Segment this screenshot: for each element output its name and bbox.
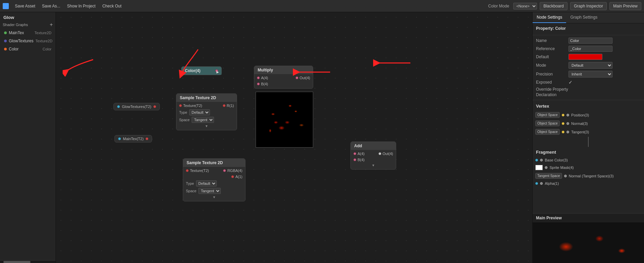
shader-graphs-label: Shader Graphs: [3, 23, 28, 27]
divider-2: [533, 100, 644, 100]
arrow-annotation-4: [373, 56, 414, 83]
tab-node-settings[interactable]: Node Settings: [533, 12, 566, 23]
color-node: Color(4) ►: [181, 66, 222, 75]
vertex-section-header: Vertex: [533, 102, 644, 111]
connector-line: [533, 136, 644, 148]
exposed-label: Exposed: [536, 80, 566, 85]
sample-tex-top-r-label: R(1): [227, 104, 234, 108]
glowtex-right-port[interactable]: [153, 105, 156, 108]
inspector-tabs: Node Settings Graph Settings: [533, 12, 644, 23]
multiply-a-label: A(4): [261, 76, 268, 80]
fragment-row-1: Sprite Mask(4): [533, 163, 644, 172]
multiply-node: Multiply A(4) Out(4) B(4): [254, 66, 313, 89]
mode-select[interactable]: Default: [568, 62, 613, 69]
sample-tex-bot-rgba-port[interactable]: [223, 169, 226, 172]
color-name: Color: [9, 47, 41, 51]
sidebar-item-color[interactable]: Color Color: [1, 45, 54, 53]
sidebar-item-glowtextures[interactable]: GlowTextures Texture2D: [1, 37, 54, 45]
canvas-area[interactable]: Color(4) ► Multiply A(4) Out(4) B(4): [56, 12, 532, 263]
default-color-swatch[interactable]: [568, 54, 602, 60]
maintex-left-port[interactable]: [118, 137, 121, 140]
fragment-row-0: Base Color(3): [533, 157, 644, 163]
fragment-alpha-dot: [535, 182, 538, 185]
property-title: Property: Color: [533, 23, 644, 34]
sample-texture-bot: Sample Texture 2D Texture(T2) RGBA(4) A(…: [183, 158, 245, 201]
fragment-base-dot: [535, 159, 538, 161]
sample-tex-top-space-row: Space Tangent: [176, 116, 237, 124]
multiply-port-out[interactable]: [296, 76, 298, 79]
sidebar-item-maintex[interactable]: MainTex Texture2D: [1, 29, 54, 37]
main-preview-button[interactable]: Main Preview: [609, 2, 641, 10]
color-type: Color: [43, 47, 51, 51]
vertex-space-1[interactable]: Object Space: [535, 120, 560, 126]
reference-label: Reference: [536, 46, 566, 51]
fragment-alpha-label: Alpha(1): [545, 181, 559, 185]
color-mode-select[interactable]: <None>: [513, 3, 537, 9]
maintex-inline-label: MainTex(T2): [123, 137, 144, 141]
vertex-port-1: [562, 122, 564, 125]
precision-label: Precision: [536, 72, 566, 76]
exposed-checkmark[interactable]: ✓: [568, 80, 573, 85]
sample-tex-top-collapse[interactable]: ▼: [176, 124, 237, 129]
glowtex-name: GlowTextures: [9, 39, 34, 43]
glowtex-left-port[interactable]: [117, 105, 120, 108]
color-out-port[interactable]: ►: [215, 69, 218, 72]
reference-input[interactable]: [568, 46, 613, 52]
sample-tex-bot-body: Texture(T2) RGBA(4) A(1) Type Default S: [183, 167, 245, 201]
sample-tex-bot-rgba-label: RGBA(4): [227, 169, 242, 173]
vertex-port-label-2: Tangent(3): [571, 130, 589, 134]
add-a-label: A(4): [358, 152, 365, 156]
add-port-a[interactable]: [353, 152, 356, 155]
vertex-port-label-0: Position(3): [571, 113, 589, 117]
show-in-project-button[interactable]: Show In Project: [65, 3, 98, 9]
add-shader-button[interactable]: +: [50, 22, 53, 27]
main-preview-content: [533, 222, 644, 263]
add-port-b[interactable]: [353, 158, 356, 161]
multiply-port-b[interactable]: [257, 83, 260, 85]
vertex-space-0[interactable]: Object Space: [535, 112, 560, 118]
main-preview: Main Preview: [533, 213, 644, 263]
fragment-row-3: Alpha(1): [533, 180, 644, 187]
multiply-node-header: Multiply: [254, 66, 313, 74]
multiply-port-a[interactable]: [257, 76, 260, 79]
inspector-reference-row: Reference: [533, 45, 644, 53]
vertical-line: [588, 137, 588, 147]
add-collapse[interactable]: ▼: [351, 163, 396, 168]
name-input[interactable]: [568, 38, 613, 44]
scrollbar-thumb[interactable]: [3, 261, 30, 263]
inspector-override-row: Override PropertyDeclaration: [533, 86, 644, 98]
add-node: Add A(4) Out(4) B(4) ▼: [350, 141, 396, 170]
sample-tex-bot-space-row: Space Tangent: [183, 187, 245, 195]
maintex-right-port[interactable]: [146, 137, 148, 140]
type-select[interactable]: Default: [189, 109, 210, 115]
add-b-label: B(4): [358, 158, 365, 162]
space-select[interactable]: Tangent: [192, 117, 214, 123]
tangent-space-btn[interactable]: Tangent Space: [535, 173, 562, 179]
add-body: A(4) Out(4) B(4) ▼: [351, 150, 396, 169]
sample-tex-bot-title: Sample Texture 2D: [187, 160, 223, 165]
vertex-space-2[interactable]: Object Space: [535, 129, 560, 135]
save-as-button[interactable]: Save As...: [40, 3, 62, 9]
blackboard-button[interactable]: Blackboard: [540, 2, 567, 10]
sample-tex-top-type-row: Type Default: [176, 109, 237, 116]
multiply-body: A(4) Out(4) B(4): [254, 74, 313, 88]
sample-tex-top-r-port[interactable]: [223, 104, 226, 107]
sample-tex-bot-a-port[interactable]: [231, 175, 234, 178]
precision-select[interactable]: Inherit: [568, 71, 613, 78]
vertex-port-2: [562, 131, 564, 133]
sample-tex-bot-texture-port[interactable]: [186, 169, 189, 172]
maintex-type: Texture2D: [35, 31, 51, 35]
add-port-out[interactable]: [379, 152, 381, 155]
bot-space-select[interactable]: Tangent: [198, 188, 221, 194]
graph-inspector-button[interactable]: Graph Inspector: [570, 2, 607, 10]
check-out-button[interactable]: Check Out: [100, 3, 124, 9]
sample-tex-top-texture-port[interactable]: [179, 104, 182, 107]
bot-type-select[interactable]: Default: [196, 180, 217, 187]
tab-graph-settings[interactable]: Graph Settings: [566, 12, 601, 23]
right-panel: Node Settings Graph Settings Property: C…: [532, 12, 644, 263]
save-asset-button[interactable]: Save Asset: [13, 3, 37, 9]
sample-tex-bot-collapse[interactable]: ▼: [183, 195, 245, 200]
color-node-header: Color(4) ►: [181, 67, 221, 75]
inspector-mode-row: Mode Default: [533, 61, 644, 70]
horizontal-scrollbar[interactable]: [0, 260, 56, 263]
